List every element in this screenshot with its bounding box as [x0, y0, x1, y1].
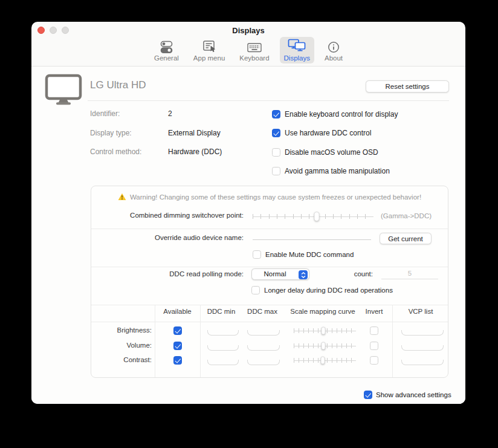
get-current-button[interactable]: Get current — [380, 233, 432, 244]
col-header-invert: Invert — [359, 308, 389, 315]
reset-settings-button[interactable]: Reset settings — [366, 80, 449, 93]
keyboard-icon — [247, 39, 262, 54]
longer-delay-row: Longer delay during DDC read operations — [251, 285, 393, 295]
option-row: Disable macOS volume OSD — [272, 148, 378, 157]
slider-track — [253, 216, 373, 217]
vcp-list-input[interactable] — [401, 330, 444, 336]
longer-delay-checkbox[interactable] — [251, 286, 260, 294]
col-header-ddc-min: DDC min — [201, 308, 241, 315]
invert-checkbox[interactable] — [370, 356, 378, 365]
ddc-max-input[interactable] — [247, 330, 280, 336]
slider-thumb[interactable] — [321, 357, 325, 365]
row-label: Brightness: — [91, 326, 152, 334]
warning-icon — [118, 193, 126, 201]
curve-slider[interactable] — [294, 355, 356, 365]
dimming-suffix: (Gamma->DDC) — [381, 212, 432, 219]
toolbar-tab-label: General — [154, 54, 179, 62]
table-row-contrast: Contrast: — [91, 355, 449, 366]
available-checkbox[interactable] — [173, 356, 182, 365]
show-advanced-checkbox[interactable] — [364, 391, 372, 399]
slider-thumb[interactable] — [322, 327, 326, 335]
vcp-list-input[interactable] — [401, 360, 444, 365]
menu-cursor-icon — [202, 39, 216, 54]
warning-row: Warning! Changing some of these settings… — [91, 193, 448, 201]
table-header-divider — [91, 322, 448, 322]
displays-icon — [288, 39, 306, 54]
toolbar-tab-general[interactable]: General — [150, 37, 183, 63]
toolbar-tab-app-menu[interactable]: App menu — [189, 37, 229, 63]
vcp-list-input[interactable] — [401, 345, 444, 351]
option-row: Use hardware DDC control — [272, 128, 371, 138]
option-row: Enable keyboard control for display — [272, 109, 398, 119]
keyboard-control-checkbox[interactable] — [272, 110, 280, 118]
invert-checkbox[interactable] — [370, 326, 378, 335]
info-label: Control method: — [90, 148, 163, 157]
invert-checkbox[interactable] — [370, 342, 378, 350]
slider-thumb[interactable] — [322, 342, 326, 350]
info-icon — [327, 39, 340, 54]
ddc-min-input[interactable] — [207, 330, 239, 336]
toolbar-tab-about[interactable]: About — [320, 37, 347, 63]
advanced-settings-panel: Warning! Changing some of these settings… — [91, 186, 448, 378]
toolbar-tab-keyboard[interactable]: Keyboard — [235, 37, 273, 63]
curve-slider[interactable] — [294, 341, 356, 351]
ddc-min-input[interactable] — [207, 360, 239, 365]
info-value: 2 — [168, 109, 172, 119]
show-advanced-label: Show advanced settings — [376, 391, 451, 398]
ddc-min-input[interactable] — [207, 345, 239, 351]
avoid-gamma-checkbox[interactable] — [272, 167, 280, 175]
table-row-volume: Volume: — [91, 341, 449, 351]
toolbar-tab-displays[interactable]: Displays — [280, 37, 314, 63]
mute-ddc-row: Enable Mute DDC command — [253, 250, 354, 259]
toolbar-tab-label: About — [325, 54, 343, 62]
ddc-max-input[interactable] — [247, 345, 280, 351]
info-value: External Display — [168, 129, 221, 138]
enable-mute-checkbox[interactable] — [253, 250, 261, 259]
option-label: Disable macOS volume OSD — [285, 148, 378, 157]
info-value: Hardware (DDC) — [168, 148, 222, 157]
toolbar: General App menu — [31, 37, 465, 67]
toolbar-tab-label: Keyboard — [239, 54, 269, 62]
titlebar: Displays — [31, 22, 465, 39]
option-row: Avoid gamma table manipulation — [272, 166, 390, 176]
header-divider — [88, 100, 449, 101]
dimming-slider[interactable] — [253, 212, 373, 221]
divider — [91, 267, 448, 267]
ddc-max-input[interactable] — [247, 360, 280, 365]
info-label: Display type: — [90, 129, 163, 138]
toolbar-tab-label: Displays — [284, 54, 310, 62]
option-label: Use hardware DDC control — [285, 129, 371, 137]
info-label: Identifier: — [90, 109, 163, 119]
show-advanced-row: Show advanced settings — [364, 391, 451, 399]
row-label: Volume: — [91, 342, 152, 349]
count-label: count: — [221, 270, 373, 279]
table-row-brightness: Brightness: — [91, 326, 449, 336]
display-name: LG Ultra HD — [90, 79, 146, 91]
warning-text: Warning! Changing some of these settings… — [130, 193, 421, 201]
available-checkbox[interactable] — [173, 326, 182, 335]
window-title: Displays — [31, 26, 465, 35]
col-header-scale-curve: Scale mapping curve — [288, 308, 358, 315]
disable-osd-checkbox[interactable] — [272, 148, 280, 157]
app-window: Displays General — [31, 22, 465, 404]
table-top-divider — [91, 305, 448, 305]
audio-device-input[interactable] — [253, 230, 371, 240]
audio-name-label: Override audio device name: — [91, 234, 244, 243]
option-label: Enable keyboard control for display — [285, 110, 398, 118]
option-label: Avoid gamma table manipulation — [285, 167, 390, 175]
row-label: Contrast: — [91, 356, 152, 363]
divider — [91, 229, 448, 229]
desktop-background: Displays General — [0, 0, 498, 448]
slider-thumb[interactable] — [314, 212, 320, 221]
longer-delay-label: Longer delay during DDC read operations — [264, 287, 393, 294]
col-header-available: Available — [155, 308, 200, 315]
hardware-ddc-checkbox[interactable] — [272, 129, 280, 137]
available-checkbox[interactable] — [173, 342, 182, 350]
col-header-ddc-max: DDC max — [242, 308, 282, 315]
toggles-icon — [159, 39, 174, 54]
dimming-label: Combined dimming switchover point: — [91, 212, 244, 221]
curve-slider[interactable] — [294, 326, 356, 336]
count-input[interactable]: 5 — [381, 268, 438, 279]
col-header-vcp-list: VCP list — [392, 308, 449, 315]
toolbar-tab-label: App menu — [193, 54, 225, 62]
